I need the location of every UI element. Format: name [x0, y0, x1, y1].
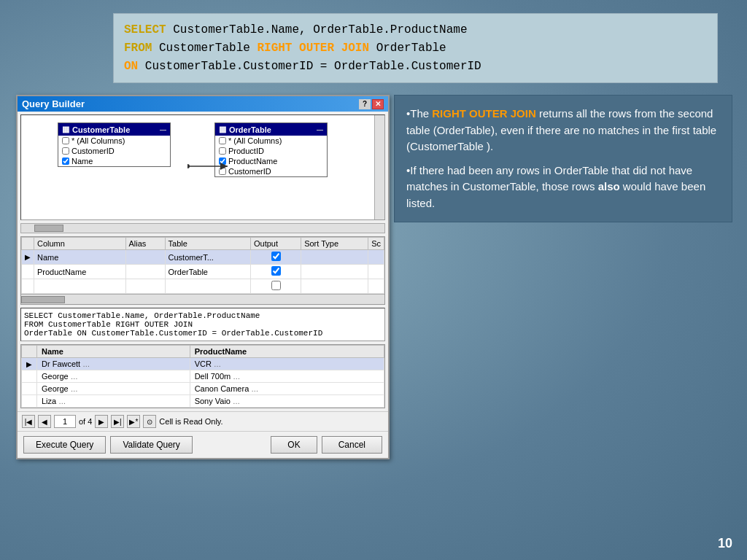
results-name-1: Dr Fawcett …	[37, 358, 190, 370]
hscroll-thumb[interactable]	[34, 225, 63, 232]
grid-alias-1[interactable]	[125, 250, 165, 265]
execute-query-button[interactable]: Execute Query	[23, 436, 106, 454]
from-keyword: FROM	[124, 42, 152, 55]
grid-sort-1[interactable]	[301, 250, 368, 265]
info-box: •The RIGHT OUTER JOIN returns all the ro…	[394, 95, 732, 222]
grid-th-sc: Sc	[368, 238, 384, 250]
diagram-hscrollbar[interactable]	[20, 223, 385, 233]
help-button[interactable]: ?	[359, 99, 371, 109]
order-col-productid-checkbox[interactable]	[219, 147, 226, 155]
nav-append-button[interactable]: ▶*	[127, 415, 140, 428]
grid-sc-1	[368, 250, 384, 265]
sql-block: SELECT CustomerTable.Name, OrderTable.Pr…	[113, 13, 718, 83]
results-product-2: Dell 700m …	[190, 370, 384, 383]
query-grid: Column Alias Table Output Sort Type Sc ▶…	[20, 236, 385, 305]
diagram-scrollbar[interactable]	[374, 115, 384, 219]
grid-sc-3	[368, 279, 384, 294]
col-all-checkbox[interactable]	[62, 137, 69, 144]
order-col-productname: ProductName	[215, 156, 327, 166]
grid-sort-2[interactable]	[301, 265, 368, 279]
results-product-1: VCR …	[190, 358, 384, 370]
join-arrow	[187, 155, 228, 177]
col-customerid-checkbox[interactable]	[62, 147, 69, 155]
nav-lock-button[interactable]: ⊙	[143, 415, 156, 428]
sql-line2-rest1: CustomerTable	[152, 42, 257, 55]
results-row-3: George … Canon Camera …	[22, 383, 384, 395]
nav-page-input[interactable]	[54, 415, 76, 428]
ok-button[interactable]: OK	[271, 436, 317, 454]
titlebar: Query Builder ? ✕	[18, 96, 388, 112]
order-table-name: OrderTable	[229, 125, 271, 134]
select-keyword: SELECT	[124, 23, 166, 36]
sql-line2: FROM CustomerTable RIGHT OUTER JOIN Orde…	[124, 39, 707, 58]
grid-alias-3[interactable]	[125, 279, 165, 294]
results-th-name: Name	[37, 346, 190, 358]
grid-sort-3[interactable]	[301, 279, 368, 294]
results-row-2: George … Dell 700m …	[22, 370, 384, 383]
sql-line1: SELECT CustomerTable.Name, OrderTable.Pr…	[124, 21, 707, 39]
nav-status: Cell is Read Only.	[159, 417, 222, 426]
titlebar-buttons: ? ✕	[359, 99, 384, 109]
customer-table-box: ▦ CustomerTable — * (All Columns) Custom…	[58, 122, 171, 167]
grid-hscroll-thumb[interactable]	[21, 296, 65, 303]
results-product-3: Canon Camera …	[190, 383, 384, 395]
grid-col-name[interactable]: Name	[34, 250, 126, 265]
results-name-3: George …	[37, 383, 190, 395]
grid-th-table: Table	[165, 238, 250, 250]
grid-table-2: OrderTable	[165, 265, 250, 279]
titlebar-label: Query Builder	[22, 98, 85, 109]
table-icon2: ▦	[219, 125, 226, 134]
sql-text-area: SELECT CustomerTable.Name, OrderTable.Pr…	[20, 308, 385, 341]
nav-next-button[interactable]: ▶	[95, 415, 108, 428]
order-col-customerid: CustomerID	[215, 166, 327, 176]
footer: Execute Query Validate Query OK Cancel	[18, 431, 388, 458]
col-name: Name	[58, 156, 170, 166]
grid-alias-2[interactable]	[125, 265, 165, 279]
grid-header-row: Column Alias Table Output Sort Type Sc	[22, 238, 384, 250]
results-header-row: Name ProductName	[22, 346, 384, 358]
results-arrow-1: ▶	[22, 358, 37, 370]
nav-last-button[interactable]: ▶|	[111, 415, 124, 428]
footer-left-buttons: Execute Query Validate Query	[23, 436, 193, 454]
grid-output-3[interactable]	[250, 279, 301, 294]
sql-line3-rest: CustomerTable.CustomerID = OrderTable.Cu…	[138, 60, 481, 73]
nav-bar: |◀ ◀ of 4 ▶ ▶| ▶* ⊙ Cell is Read Only.	[18, 411, 388, 431]
close-button[interactable]: ✕	[372, 99, 384, 109]
sql-text-line1: SELECT CustomerTable.Name, OrderTable.Pr…	[24, 311, 382, 320]
col-all-columns: * (All Columns)	[58, 136, 170, 146]
grid-th-sorttype: Sort Type	[301, 238, 368, 250]
grid-output-2[interactable]	[250, 265, 301, 279]
grid-col-productname[interactable]: ProductName	[34, 265, 126, 279]
minimize-btn[interactable]: —	[160, 126, 166, 133]
results-table: Name ProductName ▶ Dr Fawcett … VCR … Ge…	[21, 345, 384, 408]
validate-query-button[interactable]: Validate Query	[110, 436, 193, 454]
table-icon: ▦	[62, 125, 69, 134]
results-row-1: ▶ Dr Fawcett … VCR …	[22, 358, 384, 370]
join-keyword: RIGHT OUTER JOIN	[257, 42, 369, 55]
sql-line1-rest: CustomerTable.Name, OrderTable.ProductNa…	[166, 23, 468, 36]
minimize-btn2[interactable]: —	[317, 126, 323, 133]
results-name-2: George …	[37, 370, 190, 383]
grid-col-empty[interactable]	[34, 279, 126, 294]
grid-row-1: ▶ Name CustomerT...	[22, 250, 384, 265]
col-name-checkbox[interactable]	[62, 158, 69, 165]
results-name-4: Liza …	[37, 395, 190, 408]
nav-first-button[interactable]: |◀	[22, 415, 35, 428]
sql-line3: ON CustomerTable.CustomerID = OrderTable…	[124, 58, 707, 76]
grid-table: Column Alias Table Output Sort Type Sc ▶…	[21, 237, 384, 294]
row-arrow-3	[22, 279, 34, 294]
customer-table-header: ▦ CustomerTable —	[58, 123, 170, 136]
cancel-button[interactable]: Cancel	[322, 436, 382, 454]
order-col-all: * (All Columns)	[215, 136, 327, 146]
info-para2: •If there had been any rows in OrderTabl…	[406, 163, 720, 212]
row-arrow-1: ▶	[22, 250, 34, 265]
grid-output-1[interactable]	[250, 250, 301, 265]
results-area: Name ProductName ▶ Dr Fawcett … VCR … Ge…	[20, 344, 385, 408]
order-col-productid: ProductID	[215, 146, 327, 156]
grid-sc-2	[368, 265, 384, 279]
grid-table-1: CustomerT...	[165, 250, 250, 265]
order-col-all-checkbox[interactable]	[219, 137, 226, 144]
row-arrow-2	[22, 265, 34, 279]
nav-prev-button[interactable]: ◀	[38, 415, 51, 428]
grid-hscrollbar[interactable]	[21, 294, 384, 304]
